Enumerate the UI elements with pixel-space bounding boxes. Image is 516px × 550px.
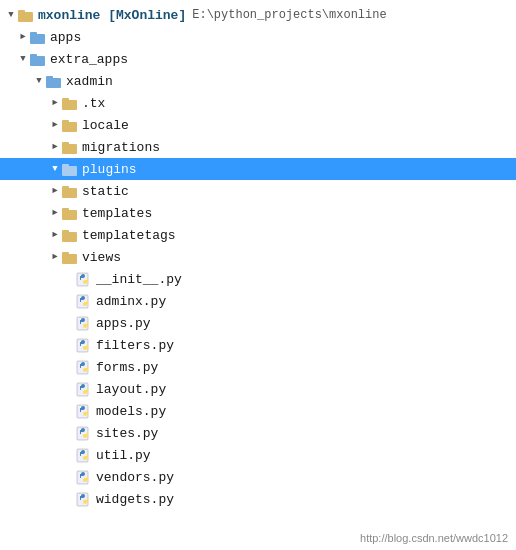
migrations-label: migrations bbox=[82, 140, 160, 155]
tree-item-tx[interactable]: .tx bbox=[0, 92, 516, 114]
locale-arrow bbox=[48, 118, 62, 132]
tree-item-sites-py[interactable]: sites.py bbox=[0, 422, 516, 444]
templatetags-label: templatetags bbox=[82, 228, 176, 243]
widgets-py-label: widgets.py bbox=[96, 492, 174, 507]
tree-root[interactable]: mxonline [MxOnline] E:\python_projects\m… bbox=[0, 4, 516, 26]
root-label: mxonline [MxOnline] bbox=[38, 8, 186, 23]
tree-item-util-py[interactable]: util.py bbox=[0, 444, 516, 466]
models-py-label: models.py bbox=[96, 404, 166, 419]
views-arrow bbox=[48, 250, 62, 264]
svg-rect-13 bbox=[62, 142, 69, 146]
tree-item-migrations[interactable]: migrations bbox=[0, 136, 516, 158]
layout-py-icon bbox=[76, 381, 92, 397]
plugins-folder-icon bbox=[62, 162, 78, 176]
tree-item-layout-py[interactable]: layout.py bbox=[0, 378, 516, 400]
tree-item-extra-apps[interactable]: extra_apps bbox=[0, 48, 516, 70]
extra-apps-folder-icon bbox=[30, 52, 46, 66]
tree-item-locale[interactable]: locale bbox=[0, 114, 516, 136]
init-py-label: __init__.py bbox=[96, 272, 182, 287]
root-path: E:\python_projects\mxonline bbox=[192, 8, 386, 22]
apps-py-label: apps.py bbox=[96, 316, 151, 331]
templates-label: templates bbox=[82, 206, 152, 221]
tree-item-xadmin[interactable]: xadmin bbox=[0, 70, 516, 92]
svg-rect-3 bbox=[30, 32, 37, 36]
xadmin-folder-icon bbox=[46, 74, 62, 88]
adminx-py-icon bbox=[76, 293, 92, 309]
forms-py-label: forms.py bbox=[96, 360, 158, 375]
plugins-label: plugins bbox=[82, 162, 137, 177]
svg-rect-9 bbox=[62, 98, 69, 102]
svg-rect-17 bbox=[62, 186, 69, 190]
tree-item-apps-py[interactable]: apps.py bbox=[0, 312, 516, 334]
static-label: static bbox=[82, 184, 129, 199]
apps-py-arrow bbox=[62, 316, 76, 330]
file-tree: mxonline [MxOnline] E:\python_projects\m… bbox=[0, 0, 516, 550]
tx-folder-icon bbox=[62, 96, 78, 110]
templates-folder-icon bbox=[62, 206, 78, 220]
apps-label: apps bbox=[50, 30, 81, 45]
extra-apps-arrow bbox=[16, 52, 30, 66]
tree-item-templates[interactable]: templates bbox=[0, 202, 516, 224]
static-arrow bbox=[48, 184, 62, 198]
layout-py-label: layout.py bbox=[96, 382, 166, 397]
tree-item-filters-py[interactable]: filters.py bbox=[0, 334, 516, 356]
widgets-py-icon bbox=[76, 491, 92, 507]
tree-item-views[interactable]: views bbox=[0, 246, 516, 268]
tree-item-templatetags[interactable]: templatetags bbox=[0, 224, 516, 246]
tree-container: mxonline [MxOnline] E:\python_projects\m… bbox=[0, 0, 516, 514]
apps-folder-icon bbox=[30, 30, 46, 44]
svg-rect-23 bbox=[62, 252, 69, 256]
svg-rect-19 bbox=[62, 208, 69, 212]
tree-item-adminx-py[interactable]: adminx.py bbox=[0, 290, 516, 312]
vendors-py-icon bbox=[76, 469, 92, 485]
plugins-arrow bbox=[48, 162, 62, 176]
vendors-py-arrow bbox=[62, 470, 76, 484]
templatetags-folder-icon bbox=[62, 228, 78, 242]
root-folder-icon bbox=[18, 8, 34, 22]
filters-py-arrow bbox=[62, 338, 76, 352]
tree-item-init-py[interactable]: __init__.py bbox=[0, 268, 516, 290]
migrations-folder-icon bbox=[62, 140, 78, 154]
tree-item-models-py[interactable]: models.py bbox=[0, 400, 516, 422]
svg-rect-7 bbox=[46, 76, 53, 80]
models-py-icon bbox=[76, 403, 92, 419]
apps-py-icon bbox=[76, 315, 92, 331]
root-arrow bbox=[4, 8, 18, 22]
adminx-py-label: adminx.py bbox=[96, 294, 166, 309]
tree-item-forms-py[interactable]: forms.py bbox=[0, 356, 516, 378]
vendors-py-label: vendors.py bbox=[96, 470, 174, 485]
widgets-py-arrow bbox=[62, 492, 76, 506]
svg-rect-15 bbox=[62, 164, 69, 168]
filters-py-icon bbox=[76, 337, 92, 353]
tree-item-apps[interactable]: apps bbox=[0, 26, 516, 48]
forms-py-arrow bbox=[62, 360, 76, 374]
filters-py-label: filters.py bbox=[96, 338, 174, 353]
views-folder-icon bbox=[62, 250, 78, 264]
layout-py-arrow bbox=[62, 382, 76, 396]
init-py-arrow bbox=[62, 272, 76, 286]
tree-item-static[interactable]: static bbox=[0, 180, 516, 202]
tree-item-plugins[interactable]: plugins bbox=[0, 158, 516, 180]
svg-rect-11 bbox=[62, 120, 69, 124]
sites-py-arrow bbox=[62, 426, 76, 440]
locale-folder-icon bbox=[62, 118, 78, 132]
tree-item-vendors-py[interactable]: vendors.py bbox=[0, 466, 516, 488]
apps-arrow bbox=[16, 30, 30, 44]
util-py-label: util.py bbox=[96, 448, 151, 463]
locale-label: locale bbox=[82, 118, 129, 133]
tree-item-widgets-py[interactable]: widgets.py bbox=[0, 488, 516, 510]
sites-py-label: sites.py bbox=[96, 426, 158, 441]
svg-rect-1 bbox=[18, 10, 25, 14]
forms-py-icon bbox=[76, 359, 92, 375]
models-py-arrow bbox=[62, 404, 76, 418]
templates-arrow bbox=[48, 206, 62, 220]
tx-arrow bbox=[48, 96, 62, 110]
static-folder-icon bbox=[62, 184, 78, 198]
xadmin-label: xadmin bbox=[66, 74, 113, 89]
views-label: views bbox=[82, 250, 121, 265]
sites-py-icon bbox=[76, 425, 92, 441]
svg-rect-5 bbox=[30, 54, 37, 58]
extra-apps-label: extra_apps bbox=[50, 52, 128, 67]
util-py-arrow bbox=[62, 448, 76, 462]
util-py-icon bbox=[76, 447, 92, 463]
